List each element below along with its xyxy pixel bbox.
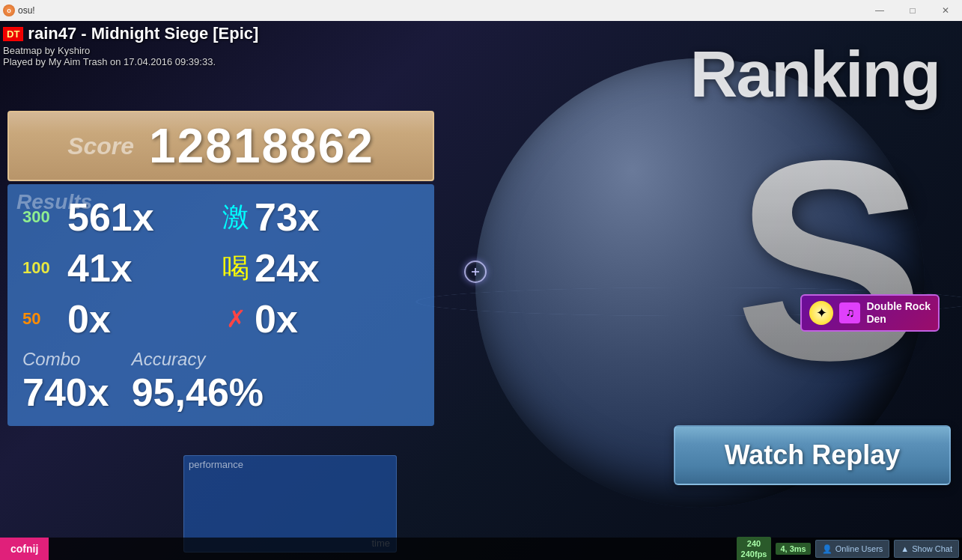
katu-kanji: 激 — [217, 199, 255, 236]
minimize-button[interactable]: — — [863, 0, 896, 21]
rank-grade: S — [735, 118, 925, 403]
accuracy-label: Accuracy — [132, 349, 264, 370]
combo-item: Combo 740x — [22, 349, 109, 415]
fps-value: 240 — [747, 539, 761, 548]
hit50-row: 50 0x ✗ 0x — [22, 293, 419, 344]
show-chat-button[interactable]: ▲ Show Chat — [894, 540, 959, 558]
double-rock-badge[interactable]: ✦ ♫ Double RockDen — [800, 294, 940, 332]
results-panel: Results 300 561x 激 73x 100 41x 喝 24x 50 … — [7, 184, 434, 426]
hit100-row: 100 41x 喝 24x — [22, 243, 419, 293]
title-bar: o osu! — □ ✕ — [0, 0, 962, 21]
katu-val: 73x — [255, 195, 352, 240]
cursor-crosshair — [464, 261, 487, 283]
geki-kanji: 喝 — [217, 250, 255, 287]
game-area: Ranking S DT rain47 - Midnight Siege [Ep… — [0, 21, 962, 560]
double-rock-star-icon: ✦ — [809, 301, 833, 325]
hit100-key: 100 — [22, 258, 67, 278]
window-controls: — □ ✕ — [863, 0, 962, 21]
combo-value: 740x — [22, 370, 109, 415]
combo-label: Combo — [22, 349, 109, 370]
score-value: 12818862 — [149, 118, 374, 174]
chevron-up-icon: ▲ — [901, 544, 909, 553]
watch-replay-label: Watch Replay — [725, 439, 901, 471]
hit50-key: 50 — [22, 309, 67, 329]
miss-symbol: ✗ — [217, 305, 255, 333]
performance-label: performance — [184, 456, 396, 473]
combo-accuracy-row: Combo 740x Accuracy 95,46% — [22, 349, 419, 415]
score-box: Score 12818862 — [7, 111, 434, 181]
maximize-button[interactable]: □ — [896, 0, 929, 21]
played-by: Played by My Aim Trash on 17.04.2016 09:… — [3, 56, 258, 67]
online-users-label: Online Users — [835, 544, 883, 553]
online-users-icon: 👤 — [822, 544, 832, 554]
bottom-right-controls: 240 240fps 4, 3ms 👤 Online Users ▲ Show … — [737, 537, 962, 560]
ping-counter: 4, 3ms — [776, 543, 810, 555]
song-title-bar: DT rain47 - Midnight Siege [Epic] — [3, 24, 258, 43]
show-chat-label: Show Chat — [912, 544, 952, 553]
double-rock-music-icon: ♫ — [839, 302, 860, 323]
geki-val: 24x — [255, 246, 352, 290]
close-button[interactable]: ✕ — [929, 0, 962, 21]
fps-counter: 240 240fps — [737, 537, 772, 560]
score-panel: Score 12818862 Results 300 561x 激 73x 10… — [7, 111, 434, 426]
app-icon: o — [3, 4, 15, 16]
results-label: Results — [16, 190, 92, 214]
beatmap-credit: Beatmap by Kyshiro — [3, 45, 258, 56]
miss-val: 0x — [255, 296, 352, 341]
accuracy-item: Accuracy 95,46% — [132, 349, 264, 415]
song-info: DT rain47 - Midnight Siege [Epic] Beatma… — [3, 24, 258, 67]
song-title: rain47 - Midnight Siege [Epic] — [28, 24, 258, 43]
double-rock-label: Double RockDen — [866, 300, 931, 326]
bottom-bar: cofnij 240 240fps 4, 3ms 👤 Online Users … — [0, 538, 962, 560]
mod-badge: DT — [3, 27, 23, 41]
hit50-val: 0x — [67, 296, 217, 341]
app-title: osu! — [18, 5, 863, 16]
watch-replay-button[interactable]: Watch Replay — [674, 425, 951, 485]
online-users-button[interactable]: 👤 Online Users — [815, 540, 890, 558]
fps-sub: 240fps — [741, 550, 767, 559]
score-label: Score — [67, 133, 134, 160]
hit100-val: 41x — [67, 246, 217, 290]
user-badge[interactable]: cofnij — [0, 538, 49, 560]
accuracy-value: 95,46% — [132, 370, 264, 415]
